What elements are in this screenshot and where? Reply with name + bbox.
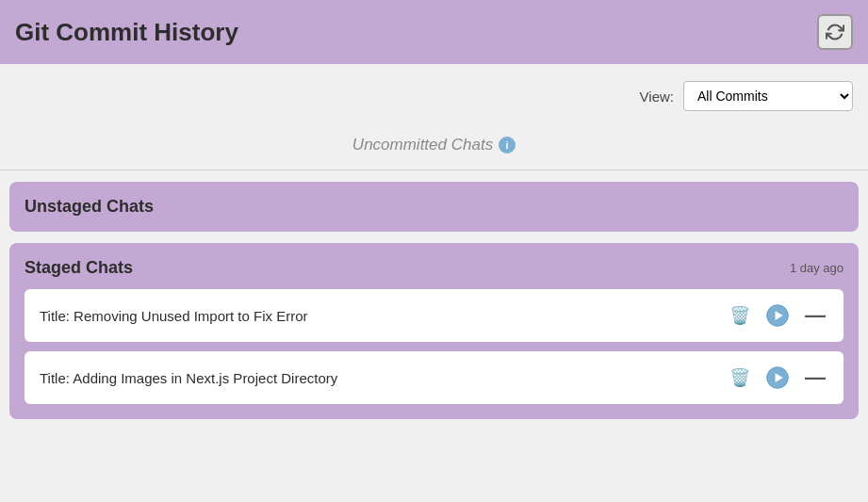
play-icon: [765, 303, 790, 328]
app-container: Git Commit History View: All Commits My …: [0, 0, 868, 502]
play-button[interactable]: [764, 364, 791, 391]
view-label: View:: [640, 89, 674, 105]
minus-icon: —: [805, 305, 826, 326]
view-row: View: All Commits My Commits Recent Comm…: [0, 64, 868, 128]
staged-section: Staged Chats 1 day ago Title: Removing U…: [9, 243, 859, 419]
trash-button[interactable]: 🗑️: [727, 302, 753, 329]
list-item: Title: Removing Unused Import to Fix Err…: [25, 289, 843, 342]
refresh-icon: [826, 23, 844, 41]
list-item: Title: Adding Images in Next.js Project …: [25, 351, 843, 404]
refresh-button[interactable]: [817, 14, 853, 50]
staged-timestamp: 1 day ago: [790, 261, 843, 275]
unstaged-header: Unstaged Chats: [25, 197, 843, 217]
minus-button[interactable]: —: [802, 364, 828, 391]
trash-icon: 🗑️: [729, 367, 750, 388]
chat-item-title: Title: Adding Images in Next.js Project …: [40, 370, 715, 386]
unstaged-section: Unstaged Chats: [9, 182, 859, 232]
uncommitted-label: Uncommitted Chats i: [352, 136, 516, 154]
trash-icon: 🗑️: [729, 305, 750, 326]
trash-button[interactable]: 🗑️: [727, 364, 753, 391]
staged-header: Staged Chats 1 day ago: [25, 258, 843, 278]
minus-icon: —: [805, 367, 826, 388]
header: Git Commit History: [0, 0, 868, 64]
uncommitted-text: Uncommitted Chats: [352, 136, 493, 154]
play-button[interactable]: [764, 302, 791, 329]
minus-button[interactable]: —: [802, 302, 828, 329]
view-select[interactable]: All Commits My Commits Recent Commits: [683, 81, 853, 111]
chat-item-title: Title: Removing Unused Import to Fix Err…: [40, 308, 715, 324]
staged-chat-items: Title: Removing Unused Import to Fix Err…: [25, 289, 843, 404]
uncommitted-section: Uncommitted Chats i: [0, 128, 868, 170]
page-title: Git Commit History: [15, 18, 238, 47]
play-icon: [765, 365, 790, 390]
staged-title: Staged Chats: [25, 258, 133, 278]
unstaged-title: Unstaged Chats: [25, 197, 154, 217]
info-icon[interactable]: i: [499, 137, 516, 154]
